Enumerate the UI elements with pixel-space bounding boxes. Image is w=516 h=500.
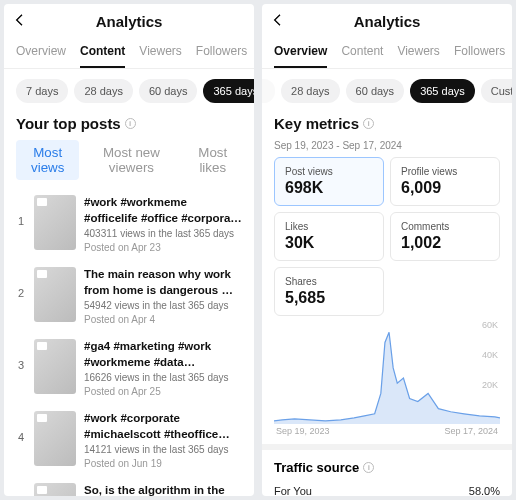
card-value: 5,685 (285, 289, 373, 307)
post-views: 14121 views in the last 365 days (84, 444, 242, 455)
range-28d[interactable]: 28 days (74, 79, 133, 103)
tab-followers[interactable]: Followers (196, 38, 247, 68)
top-posts-list: 1 #work #workmeme #officelife #office #c… (4, 188, 254, 496)
card-value: 698K (285, 179, 373, 197)
date-range-segment: 28 days 60 days 365 days Custom (262, 69, 512, 113)
tab-content[interactable]: Content (341, 38, 383, 68)
traffic-row-foryou: For You58.0% (274, 485, 500, 496)
post-views: 403311 views in the last 365 days (84, 228, 242, 239)
top-posts-heading: Your top posts i (4, 113, 254, 140)
overview-screen: Analytics Overview Content Viewers Follo… (262, 4, 512, 496)
rank: 4 (16, 411, 26, 469)
range-60d[interactable]: 60 days (346, 79, 405, 103)
filter-most-views[interactable]: Most views (16, 140, 79, 180)
tab-bar: Overview Content Viewers Followers LIVE (262, 38, 512, 69)
post-views: 16626 views in the last 365 days (84, 372, 242, 383)
post-thumbnail (34, 267, 76, 322)
card-label: Post views (285, 166, 373, 177)
post-date: Posted on Jun 19 (84, 458, 242, 469)
traffic-source-section: Traffic source i For You58.0% Search35.6… (262, 444, 512, 496)
tab-overview[interactable]: Overview (16, 38, 66, 68)
y-tick: 20K (482, 380, 498, 390)
post-title: #work #corporate #michaelscott #theoffic… (84, 411, 242, 442)
range-custom-label: Custom (491, 85, 512, 97)
rank: 1 (16, 195, 26, 253)
post-date: Posted on Apr 4 (84, 314, 242, 325)
card-value: 30K (285, 234, 373, 252)
card-label: Profile views (401, 166, 489, 177)
range-365d[interactable]: 365 days (203, 79, 254, 103)
traffic-pct: 58.0% (469, 485, 500, 496)
traffic-name: For You (274, 485, 312, 496)
list-item[interactable]: 2 The main reason why work from home is … (16, 260, 242, 332)
tab-bar: Overview Content Viewers Followers LIVE (4, 38, 254, 69)
y-tick: 60K (482, 320, 498, 330)
key-metrics-cards: Post views 698K Profile views 6,009 Like… (262, 157, 512, 316)
back-button[interactable] (270, 12, 286, 32)
post-thumbnail (34, 195, 76, 250)
traffic-label: Traffic source (274, 460, 359, 475)
list-item[interactable]: 3 #ga4 #marketing #work #workmeme #data … (16, 332, 242, 404)
card-comments[interactable]: Comments 1,002 (390, 212, 500, 261)
post-thumbnail (34, 411, 76, 466)
post-thumbnail (34, 483, 76, 496)
views-chart: 60K 40K 20K (262, 316, 512, 426)
rank: 5 (16, 483, 26, 496)
rank: 3 (16, 339, 26, 397)
list-item[interactable]: 5 So, is the algorithm in the room? 👀 #m… (16, 476, 242, 496)
y-tick: 40K (482, 350, 498, 360)
range-7d[interactable]: 7 days (16, 79, 68, 103)
tab-content[interactable]: Content (80, 38, 125, 68)
page-title: Analytics (354, 13, 421, 30)
post-date: Posted on Apr 25 (84, 386, 242, 397)
range-28d[interactable]: 28 days (281, 79, 340, 103)
card-post-views[interactable]: Post views 698K (274, 157, 384, 206)
chart-x-axis: Sep 19, 2023 Sep 17, 2024 (262, 426, 512, 444)
post-title: #work #workmeme #officelife #office #cor… (84, 195, 242, 226)
card-shares[interactable]: Shares 5,685 (274, 267, 384, 316)
top-posts-label: Your top posts (16, 115, 121, 132)
range-7d-clip[interactable] (262, 79, 275, 103)
range-custom[interactable]: Custom (481, 79, 512, 103)
header: Analytics (4, 4, 254, 38)
info-icon[interactable]: i (363, 118, 374, 129)
key-metrics-heading: Key metrics i (262, 113, 512, 140)
card-likes[interactable]: Likes 30K (274, 212, 384, 261)
tab-followers[interactable]: Followers (454, 38, 505, 68)
post-title: The main reason why work from home is da… (84, 267, 242, 298)
tab-viewers[interactable]: Viewers (397, 38, 439, 68)
date-range-segment: 7 days 28 days 60 days 365 days Custom (4, 69, 254, 113)
post-date: Posted on Apr 23 (84, 242, 242, 253)
tab-overview[interactable]: Overview (274, 38, 327, 68)
card-label: Comments (401, 221, 489, 232)
header: Analytics (262, 4, 512, 38)
post-views: 54942 views in the last 365 days (84, 300, 242, 311)
card-label: Likes (285, 221, 373, 232)
key-metrics-label: Key metrics (274, 115, 359, 132)
range-60d[interactable]: 60 days (139, 79, 198, 103)
traffic-heading: Traffic source i (274, 460, 500, 475)
post-title: So, is the algorithm in the room? 👀 #mar… (84, 483, 242, 496)
rank: 2 (16, 267, 26, 325)
list-item[interactable]: 1 #work #workmeme #officelife #office #c… (16, 188, 242, 260)
info-icon[interactable]: i (363, 462, 374, 473)
card-value: 1,002 (401, 234, 489, 252)
list-item[interactable]: 4 #work #corporate #michaelscott #theoff… (16, 404, 242, 476)
range-365d[interactable]: 365 days (410, 79, 475, 103)
date-range-label: Sep 19, 2023 - Sep 17, 2024 (262, 140, 512, 157)
filter-most-new-viewers[interactable]: Most new viewers (85, 140, 177, 180)
info-icon[interactable]: i (125, 118, 136, 129)
post-title: #ga4 #marketing #work #workmeme #data #a… (84, 339, 242, 370)
filter-most-likes[interactable]: Most likes (183, 140, 242, 180)
back-button[interactable] (12, 12, 28, 32)
page-title: Analytics (96, 13, 163, 30)
card-profile-views[interactable]: Profile views 6,009 (390, 157, 500, 206)
card-label: Shares (285, 276, 373, 287)
card-value: 6,009 (401, 179, 489, 197)
content-screen: Analytics Overview Content Viewers Follo… (4, 4, 254, 496)
tab-viewers[interactable]: Viewers (139, 38, 181, 68)
post-filters: Most views Most new viewers Most likes (4, 140, 254, 188)
post-thumbnail (34, 339, 76, 394)
